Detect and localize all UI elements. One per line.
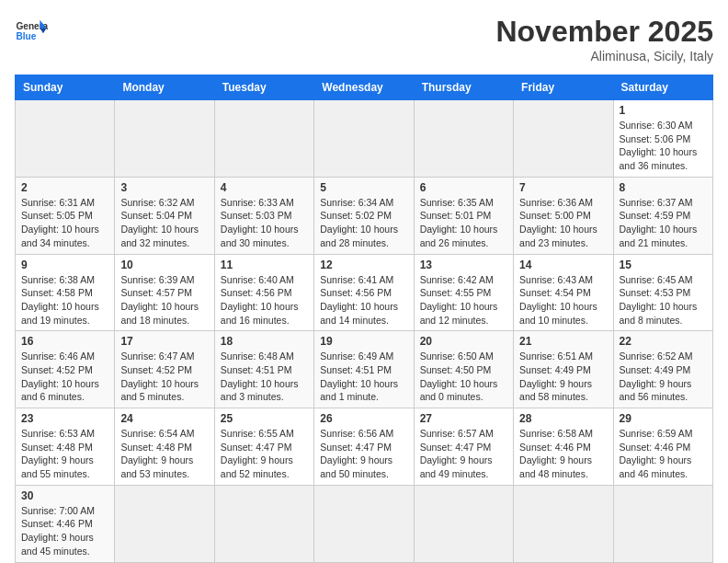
week-row-5: 23Sunrise: 6:53 AM Sunset: 4:48 PM Dayli… xyxy=(16,408,713,486)
week-row-1: 1Sunrise: 6:30 AM Sunset: 5:06 PM Daylig… xyxy=(16,100,713,178)
calendar-cell: 15Sunrise: 6:45 AM Sunset: 4:53 PM Dayli… xyxy=(613,254,712,331)
calendar-cell: 22Sunrise: 6:52 AM Sunset: 4:49 PM Dayli… xyxy=(613,331,712,408)
calendar-cell xyxy=(16,100,115,178)
day-number: 25 xyxy=(221,412,308,425)
day-number: 19 xyxy=(320,335,407,348)
calendar-cell: 27Sunrise: 6:57 AM Sunset: 4:47 PM Dayli… xyxy=(414,408,513,486)
day-number: 18 xyxy=(221,335,308,348)
calendar-table: SundayMondayTuesdayWednesdayThursdayFrid… xyxy=(15,75,713,563)
day-info: Sunrise: 6:33 AM Sunset: 5:03 PM Dayligh… xyxy=(221,196,308,250)
calendar-cell: 10Sunrise: 6:39 AM Sunset: 4:57 PM Dayli… xyxy=(115,254,214,331)
day-number: 24 xyxy=(120,412,208,425)
day-number: 3 xyxy=(120,181,208,194)
days-header-row: SundayMondayTuesdayWednesdayThursdayFrid… xyxy=(16,75,713,100)
logo: General Blue xyxy=(15,15,48,48)
calendar-cell xyxy=(214,100,313,178)
day-info: Sunrise: 6:31 AM Sunset: 5:05 PM Dayligh… xyxy=(21,196,108,250)
calendar-cell: 4Sunrise: 6:33 AM Sunset: 5:03 PM Daylig… xyxy=(214,177,313,254)
day-number: 15 xyxy=(620,259,707,271)
day-info: Sunrise: 6:48 AM Sunset: 4:51 PM Dayligh… xyxy=(221,350,308,404)
calendar-cell xyxy=(115,485,214,562)
page-header: General Blue November 2025 Aliminusa, Si… xyxy=(15,15,713,63)
week-row-4: 16Sunrise: 6:46 AM Sunset: 4:52 PM Dayli… xyxy=(16,331,713,408)
day-number: 7 xyxy=(519,181,607,194)
calendar-cell: 26Sunrise: 6:56 AM Sunset: 4:47 PM Dayli… xyxy=(314,408,414,486)
day-info: Sunrise: 6:36 AM Sunset: 5:00 PM Dayligh… xyxy=(519,196,607,250)
calendar-cell: 16Sunrise: 6:46 AM Sunset: 4:52 PM Dayli… xyxy=(16,331,115,408)
day-info: Sunrise: 6:55 AM Sunset: 4:47 PM Dayligh… xyxy=(221,427,308,481)
calendar-cell xyxy=(214,485,313,562)
calendar-cell: 20Sunrise: 6:50 AM Sunset: 4:50 PM Dayli… xyxy=(414,331,513,408)
day-number: 4 xyxy=(221,181,308,194)
day-number: 5 xyxy=(320,181,407,194)
calendar-cell: 21Sunrise: 6:51 AM Sunset: 4:49 PM Dayli… xyxy=(514,331,613,408)
day-header-sunday: Sunday xyxy=(16,75,115,100)
day-header-tuesday: Tuesday xyxy=(214,75,313,100)
day-info: Sunrise: 6:45 AM Sunset: 4:53 PM Dayligh… xyxy=(620,273,707,327)
calendar-cell xyxy=(115,100,214,178)
calendar-cell: 8Sunrise: 6:37 AM Sunset: 4:59 PM Daylig… xyxy=(613,177,712,254)
day-number: 12 xyxy=(320,259,407,271)
day-info: Sunrise: 6:56 AM Sunset: 4:47 PM Dayligh… xyxy=(320,427,407,481)
day-number: 6 xyxy=(420,181,507,194)
day-number: 1 xyxy=(620,104,707,117)
calendar-cell: 30Sunrise: 7:00 AM Sunset: 4:46 PM Dayli… xyxy=(16,485,115,562)
location: Aliminusa, Sicily, Italy xyxy=(495,49,713,63)
day-info: Sunrise: 6:30 AM Sunset: 5:06 PM Dayligh… xyxy=(620,119,707,173)
day-info: Sunrise: 6:47 AM Sunset: 4:52 PM Dayligh… xyxy=(120,350,208,404)
day-number: 13 xyxy=(420,259,507,271)
day-info: Sunrise: 6:50 AM Sunset: 4:50 PM Dayligh… xyxy=(420,350,507,404)
day-info: Sunrise: 6:35 AM Sunset: 5:01 PM Dayligh… xyxy=(420,196,507,250)
day-info: Sunrise: 6:59 AM Sunset: 4:46 PM Dayligh… xyxy=(620,427,707,481)
calendar-cell xyxy=(613,485,712,562)
day-header-saturday: Saturday xyxy=(613,75,712,100)
day-info: Sunrise: 6:52 AM Sunset: 4:49 PM Dayligh… xyxy=(620,350,707,404)
day-info: Sunrise: 7:00 AM Sunset: 4:46 PM Dayligh… xyxy=(21,504,108,558)
title-block: November 2025 Aliminusa, Sicily, Italy xyxy=(495,15,713,63)
calendar-cell xyxy=(414,485,513,562)
day-number: 17 xyxy=(120,335,208,348)
logo-icon: General Blue xyxy=(15,15,48,48)
calendar-cell xyxy=(314,100,414,178)
day-number: 28 xyxy=(519,412,607,425)
calendar-cell: 14Sunrise: 6:43 AM Sunset: 4:54 PM Dayli… xyxy=(514,254,613,331)
svg-text:Blue: Blue xyxy=(16,31,36,41)
week-row-6: 30Sunrise: 7:00 AM Sunset: 4:46 PM Dayli… xyxy=(16,485,713,562)
day-number: 29 xyxy=(620,412,707,425)
calendar-cell: 24Sunrise: 6:54 AM Sunset: 4:48 PM Dayli… xyxy=(115,408,214,486)
day-info: Sunrise: 6:54 AM Sunset: 4:48 PM Dayligh… xyxy=(120,427,208,481)
day-number: 8 xyxy=(620,181,707,194)
day-info: Sunrise: 6:46 AM Sunset: 4:52 PM Dayligh… xyxy=(21,350,108,404)
day-info: Sunrise: 6:53 AM Sunset: 4:48 PM Dayligh… xyxy=(21,427,108,481)
calendar-cell xyxy=(314,485,414,562)
day-number: 14 xyxy=(519,259,607,271)
day-info: Sunrise: 6:49 AM Sunset: 4:51 PM Dayligh… xyxy=(320,350,407,404)
month-title: November 2025 xyxy=(495,15,713,49)
day-header-wednesday: Wednesday xyxy=(314,75,414,100)
day-info: Sunrise: 6:38 AM Sunset: 4:58 PM Dayligh… xyxy=(21,273,108,327)
calendar-cell: 5Sunrise: 6:34 AM Sunset: 5:02 PM Daylig… xyxy=(314,177,414,254)
day-info: Sunrise: 6:41 AM Sunset: 4:56 PM Dayligh… xyxy=(320,273,407,327)
calendar-cell: 23Sunrise: 6:53 AM Sunset: 4:48 PM Dayli… xyxy=(16,408,115,486)
day-number: 27 xyxy=(420,412,507,425)
day-number: 16 xyxy=(21,335,108,348)
calendar-cell: 25Sunrise: 6:55 AM Sunset: 4:47 PM Dayli… xyxy=(214,408,313,486)
calendar-cell: 11Sunrise: 6:40 AM Sunset: 4:56 PM Dayli… xyxy=(214,254,313,331)
day-info: Sunrise: 6:58 AM Sunset: 4:46 PM Dayligh… xyxy=(519,427,607,481)
calendar-cell: 6Sunrise: 6:35 AM Sunset: 5:01 PM Daylig… xyxy=(414,177,513,254)
day-number: 21 xyxy=(519,335,607,348)
calendar-cell xyxy=(514,485,613,562)
day-number: 9 xyxy=(21,259,108,271)
calendar-cell: 7Sunrise: 6:36 AM Sunset: 5:00 PM Daylig… xyxy=(514,177,613,254)
day-number: 2 xyxy=(21,181,108,194)
day-header-friday: Friday xyxy=(514,75,613,100)
calendar-cell: 29Sunrise: 6:59 AM Sunset: 4:46 PM Dayli… xyxy=(613,408,712,486)
day-info: Sunrise: 6:34 AM Sunset: 5:02 PM Dayligh… xyxy=(320,196,407,250)
day-info: Sunrise: 6:51 AM Sunset: 4:49 PM Dayligh… xyxy=(519,350,607,404)
day-info: Sunrise: 6:37 AM Sunset: 4:59 PM Dayligh… xyxy=(620,196,707,250)
week-row-3: 9Sunrise: 6:38 AM Sunset: 4:58 PM Daylig… xyxy=(16,254,713,331)
calendar-cell: 13Sunrise: 6:42 AM Sunset: 4:55 PM Dayli… xyxy=(414,254,513,331)
day-number: 20 xyxy=(420,335,507,348)
calendar-cell: 28Sunrise: 6:58 AM Sunset: 4:46 PM Dayli… xyxy=(514,408,613,486)
calendar-cell: 1Sunrise: 6:30 AM Sunset: 5:06 PM Daylig… xyxy=(613,100,712,178)
